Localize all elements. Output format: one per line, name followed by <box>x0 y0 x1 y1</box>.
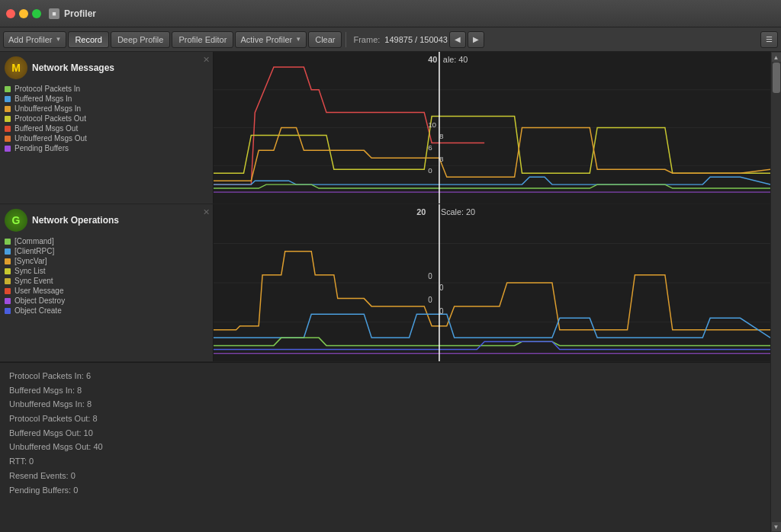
legend-item-object-destroy: Object Destroy <box>5 296 208 306</box>
add-profiler-dropdown[interactable]: Add Profiler ▼ <box>3 31 66 48</box>
svg-text:6: 6 <box>428 143 432 152</box>
profile-editor-button[interactable]: Profile Editor <box>172 31 233 48</box>
toolbar: Add Profiler ▼ Record Deep Profile Profi… <box>0 27 781 52</box>
network-operations-icon: G <box>5 209 27 232</box>
close-traffic-light[interactable] <box>6 9 15 18</box>
frame-label: Frame: <box>353 35 380 44</box>
legend-color-clientrpc <box>5 248 11 255</box>
network-messages-chart[interactable]: 40 ale: 40 10 8 6 8 0 <box>214 52 770 204</box>
stat-protocol-packets-out: Protocol Packets Out: 8 <box>9 412 761 426</box>
svg-text:20: 20 <box>416 207 426 216</box>
svg-text:0: 0 <box>439 284 444 292</box>
legend-color-buffered-msgs-out <box>5 126 11 132</box>
legend-color-user-message <box>5 288 11 294</box>
legend-item-buffered-msgs-out: Buffered Msgs Out <box>5 123 208 133</box>
svg-text:40: 40 <box>428 55 437 64</box>
prev-frame-button[interactable]: ◀ <box>449 31 466 48</box>
legend-color-command <box>5 239 11 245</box>
legend-item-object-create: Object Create <box>5 306 208 316</box>
legend-color-unbuffered-msgs-in <box>5 106 11 112</box>
clear-button[interactable]: Clear <box>308 31 342 48</box>
stat-buffered-msgs-in: Buffered Msgs In: 8 <box>9 383 761 398</box>
panel-header-network-operations: G Network Operations <box>5 209 208 232</box>
network-messages-icon: M <box>5 56 27 79</box>
stat-unbuffered-msgs-out: Unbuffered Msgs Out: 40 <box>9 440 761 454</box>
legend-item-sync-list: Sync List <box>5 266 208 276</box>
legend-color-protocol-packets-out <box>5 116 11 122</box>
panel-header-network-messages: M Network Messages <box>5 56 208 79</box>
scrollbar-up-button[interactable]: ▲ <box>771 52 782 62</box>
stats-panel: Protocol Packets In: 6 Buffered Msgs In:… <box>0 362 770 532</box>
stat-resend-events: Resend Events: 0 <box>9 469 761 483</box>
svg-text:0: 0 <box>428 166 432 175</box>
network-operations-chart[interactable]: 20 Scale: 20 0 0 0 0 <box>214 204 770 361</box>
record-button[interactable]: Record <box>68 31 108 48</box>
app-title: Profiler <box>64 8 96 19</box>
legend-color-unbuffered-msgs-out <box>5 136 11 142</box>
active-profiler-dropdown[interactable]: Active Profiler ▼ <box>235 31 307 48</box>
legend-color-sync-list <box>5 268 11 274</box>
legend-item-protocol-packets-in: Protocol Packets In <box>5 84 208 94</box>
legend-item-protocol-packets-out: Protocol Packets Out <box>5 114 208 123</box>
legend-item-user-message: User Message <box>5 286 208 296</box>
svg-text:0: 0 <box>439 307 444 316</box>
legend-item-sync-event: Sync Event <box>5 276 208 286</box>
network-operations-title: Network Operations <box>32 215 119 226</box>
stat-protocol-packets-in: Protocol Packets In: 6 <box>9 369 761 383</box>
network-messages-title: Network Messages <box>32 62 114 73</box>
network-messages-legend: ✕ M Network Messages Protocol Packets In… <box>0 52 214 204</box>
stat-rtt: RTT: 0 <box>9 454 761 469</box>
legend-item-command: [Command] <box>5 236 208 246</box>
app-icon: ■ <box>49 8 59 19</box>
legend-item-buffered-msgs-in: Buffered Msgs In <box>5 94 208 104</box>
scrollbar-track[interactable] <box>771 62 781 521</box>
stat-pending-buffers: Pending Buffers: 0 <box>9 483 761 498</box>
stat-unbuffered-msgs-in: Unbuffered Msgs In: 8 <box>9 397 761 412</box>
traffic-lights <box>6 9 41 18</box>
legend-item-unbuffered-msgs-in: Unbuffered Msgs In <box>5 104 208 114</box>
svg-text:10: 10 <box>428 120 436 129</box>
svg-text:8: 8 <box>439 155 444 163</box>
right-scrollbar[interactable]: ▲ ▼ <box>770 52 781 532</box>
legend-color-object-destroy <box>5 298 11 304</box>
svg-text:0: 0 <box>428 296 432 304</box>
scrollbar-thumb[interactable] <box>773 62 780 93</box>
legend-item-unbuffered-msgs-out: Unbuffered Msgs Out <box>5 133 208 143</box>
next-frame-button[interactable]: ▶ <box>468 31 484 48</box>
network-operations-panel: ✕ G Network Operations [Command] [Client… <box>0 204 770 362</box>
network-operations-legend: ✕ G Network Operations [Command] [Client… <box>0 204 214 361</box>
title-bar: ■ Profiler <box>0 0 781 27</box>
active-profiler-arrow-icon: ▼ <box>295 36 301 43</box>
panels-area: ✕ M Network Messages Protocol Packets In… <box>0 52 770 532</box>
frame-value: 149875 / 150043 <box>384 35 448 44</box>
legend-color-buffered-msgs-in <box>5 96 11 102</box>
legend-item-clientrpc: [ClientRPC] <box>5 246 208 256</box>
main-content: ✕ M Network Messages Protocol Packets In… <box>0 52 781 532</box>
menu-button[interactable]: ☰ <box>760 31 778 48</box>
stat-buffered-msgs-out: Buffered Msgs Out: 10 <box>9 426 761 441</box>
deep-profile-button[interactable]: Deep Profile <box>111 31 171 48</box>
svg-text:0: 0 <box>428 272 432 280</box>
network-messages-panel: ✕ M Network Messages Protocol Packets In… <box>0 52 770 204</box>
legend-color-object-create <box>5 308 11 314</box>
legend-color-sync-event <box>5 278 11 284</box>
close-operations-panel-button[interactable]: ✕ <box>203 207 210 217</box>
fullscreen-traffic-light[interactable] <box>32 9 41 18</box>
dropdown-arrow-icon: ▼ <box>55 36 61 43</box>
scrollbar-down-button[interactable]: ▼ <box>771 521 782 532</box>
toolbar-separator <box>346 32 346 47</box>
minimize-traffic-light[interactable] <box>19 9 28 18</box>
svg-text:Scale: 20: Scale: 20 <box>441 207 475 216</box>
legend-item-pending-buffers: Pending Buffers <box>5 143 208 153</box>
svg-text:8: 8 <box>439 132 444 140</box>
close-panel-button[interactable]: ✕ <box>203 55 210 65</box>
legend-color-syncvar <box>5 258 11 264</box>
legend-color-protocol-packets-in <box>5 86 11 92</box>
legend-item-syncvar: [SyncVar] <box>5 256 208 266</box>
svg-text:ale: 40: ale: 40 <box>443 55 468 64</box>
legend-color-pending-buffers <box>5 146 11 152</box>
